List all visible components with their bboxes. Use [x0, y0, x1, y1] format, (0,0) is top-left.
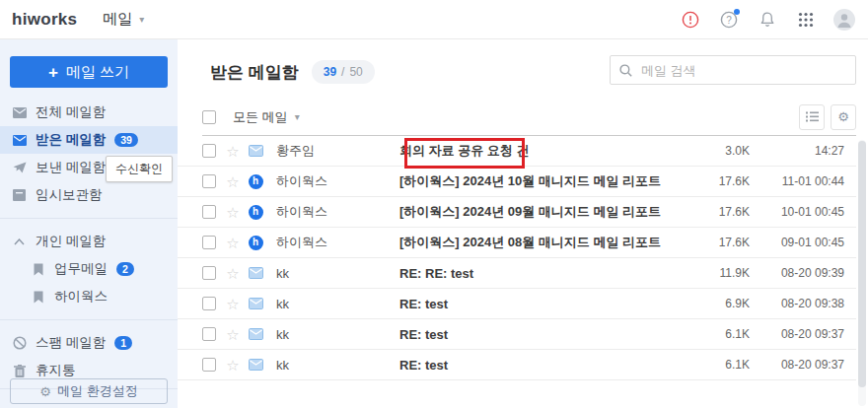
chevron-down-icon: ▾ — [295, 112, 300, 122]
gear-icon: ⚙ — [39, 385, 51, 398]
sidebar-item-label: 업무메일 — [54, 260, 108, 278]
row-checkbox[interactable] — [202, 205, 216, 219]
settings-label: 메일 환경설정 — [57, 382, 138, 400]
sidebar-item-inbox[interactable]: 받은 메일함 39 — [0, 126, 178, 154]
mail-subject[interactable]: RE: test — [399, 297, 688, 311]
mail-row[interactable]: ☆ kk RE: RE: test 11.9K 08-20 09:39 — [178, 258, 856, 289]
star-icon[interactable]: ☆ — [225, 174, 241, 189]
mail-subject[interactable]: RE: test — [399, 327, 688, 342]
row-checkbox[interactable] — [202, 174, 216, 188]
star-icon[interactable]: ☆ — [225, 266, 241, 281]
mail-subject[interactable]: RE: test — [399, 358, 688, 373]
row-checkbox[interactable] — [202, 358, 216, 372]
mail-row[interactable]: ☆ 황주임 회의 자료 공유 요청 건 3.0K 14:27 — [178, 136, 856, 167]
compose-label: 메일 쓰기 — [66, 63, 129, 82]
row-checkbox[interactable] — [202, 144, 216, 158]
mail-subject[interactable]: RE: RE: test — [399, 266, 688, 281]
sidebar-divider — [0, 319, 178, 320]
mail-sender: kk — [276, 297, 399, 311]
mail-subject[interactable]: 회의 자료 공유 요청 건 — [399, 142, 688, 160]
apps-grid-icon[interactable] — [795, 9, 817, 31]
sidebar-item-label: 스팸 메일함 — [36, 334, 106, 352]
list-view-icon — [806, 111, 819, 122]
mail-sender: 하이웍스 — [276, 172, 399, 190]
unread-count-badge: 1 — [114, 336, 132, 351]
mail-sender: 하이웍스 — [276, 203, 399, 221]
hiworks-logo[interactable]: hiworks — [12, 10, 77, 30]
mail-sender: kk — [276, 266, 399, 281]
send-icon — [12, 161, 27, 175]
star-icon[interactable]: ☆ — [225, 358, 241, 373]
list-view-button[interactable] — [799, 104, 825, 130]
chevron-down-icon: ▾ — [139, 15, 144, 25]
sidebar-item-sent[interactable]: 보낸 메일함 수신확인 — [0, 154, 178, 181]
mail-sender: kk — [276, 358, 399, 373]
gear-icon: ⚙ — [837, 110, 849, 123]
mail-date: 08-20 09:37 — [750, 358, 844, 372]
service-switcher[interactable]: 메일 ▾ — [103, 10, 144, 29]
mail-subject[interactable]: [하이웍스] 2024년 09월 매니지드 메일 리포트 — [399, 203, 688, 221]
star-icon[interactable]: ☆ — [225, 327, 241, 342]
mail-row[interactable]: ☆ h 하이웍스 [하이웍스] 2024년 10월 매니지드 메일 리포트 17… — [178, 167, 856, 197]
hiworks-avatar-icon: h — [248, 173, 263, 189]
scrollbar-thumb[interactable] — [858, 141, 866, 387]
sidebar-section-personal[interactable]: 개인 메일함 — [0, 228, 178, 255]
bookmark-icon — [31, 262, 45, 277]
mail-size: 6.1K — [688, 358, 750, 372]
row-checkbox[interactable] — [202, 297, 216, 310]
filter-label: 모든 메일 — [233, 108, 288, 126]
sidebar-item-label: 하이웍스 — [54, 288, 108, 306]
unread-count-badge: 39 — [114, 133, 138, 148]
count-separator: / — [341, 65, 344, 79]
mail-filter-dropdown[interactable]: 모든 메일 ▾ — [233, 108, 300, 126]
sidebar-item-spam[interactable]: 스팸 메일함 1 — [0, 329, 178, 357]
envelope-icon — [248, 326, 263, 342]
mail-row[interactable]: ☆ h 하이웍스 [하이웍스] 2024년 08월 매니지드 메일 리포트 17… — [178, 228, 856, 258]
mail-settings-button[interactable]: ⚙ 메일 환경설정 — [10, 378, 168, 404]
mail-size: 17.6K — [688, 174, 750, 188]
sidebar-item-label: 전체 메일함 — [36, 103, 106, 121]
mail-date: 08-20 09:37 — [750, 327, 844, 341]
mail-date: 11-01 00:44 — [750, 174, 844, 188]
sidebar-item-label: 보낸 메일함 — [36, 159, 106, 176]
page-title: 받은 메일함 — [210, 61, 299, 84]
sidebar-item-hiworks-folder[interactable]: 하이웍스 — [0, 283, 178, 310]
mail-row[interactable]: ☆ h 하이웍스 [하이웍스] 2024년 09월 매니지드 메일 리포트 17… — [178, 197, 856, 228]
sidebar-item-work-mail[interactable]: 업무메일 2 — [0, 255, 178, 283]
search-input[interactable] — [639, 62, 846, 79]
envelope-icon — [248, 265, 263, 281]
row-checkbox[interactable] — [202, 266, 216, 280]
mail-subject[interactable]: [하이웍스] 2024년 08월 매니지드 메일 리포트 — [399, 234, 688, 251]
envelope-icon — [248, 357, 263, 373]
mail-row[interactable]: ☆ kk RE: test 6.9K 08-20 09:38 — [178, 289, 856, 319]
star-icon[interactable]: ☆ — [225, 236, 241, 250]
mail-size: 11.9K — [688, 266, 750, 280]
sidebar-item-drafts[interactable]: 임시보관함 — [0, 181, 178, 209]
alert-icon[interactable] — [680, 9, 701, 31]
sidebar-item-label: 임시보관함 — [36, 186, 103, 204]
scrollbar-track[interactable] — [858, 140, 866, 406]
mail-date: 08-20 09:38 — [750, 297, 844, 310]
mail-row[interactable]: ☆ kk RE: test 6.1K 08-20 09:37 — [178, 319, 856, 350]
unread-count-badge: 2 — [116, 262, 134, 277]
row-checkbox[interactable] — [202, 236, 216, 249]
unread-count: 39 — [324, 65, 336, 79]
mail-sender: 하이웍스 — [276, 234, 399, 251]
help-icon[interactable]: ? — [718, 9, 740, 31]
row-checkbox[interactable] — [202, 327, 216, 341]
star-icon[interactable]: ☆ — [225, 297, 241, 311]
sidebar-item-all-mail[interactable]: 전체 메일함 — [0, 99, 178, 126]
mail-row[interactable]: ☆ kk RE: test 6.1K 08-20 09:37 — [178, 350, 856, 380]
star-icon[interactable]: ☆ — [225, 144, 241, 159]
service-label: 메일 — [103, 10, 132, 29]
star-icon[interactable]: ☆ — [225, 205, 241, 220]
bell-icon[interactable] — [757, 9, 778, 31]
compose-button[interactable]: + 메일 쓰기 — [10, 56, 168, 88]
select-all-checkbox[interactable] — [202, 110, 216, 124]
read-receipt-button[interactable]: 수신확인 — [106, 156, 173, 182]
block-icon — [12, 336, 27, 351]
list-settings-button[interactable]: ⚙ — [831, 104, 856, 130]
user-avatar[interactable] — [833, 9, 855, 31]
mail-subject[interactable]: [하이웍스] 2024년 10월 매니지드 메일 리포트 — [399, 172, 688, 190]
mail-date: 10-01 00:45 — [750, 205, 844, 219]
